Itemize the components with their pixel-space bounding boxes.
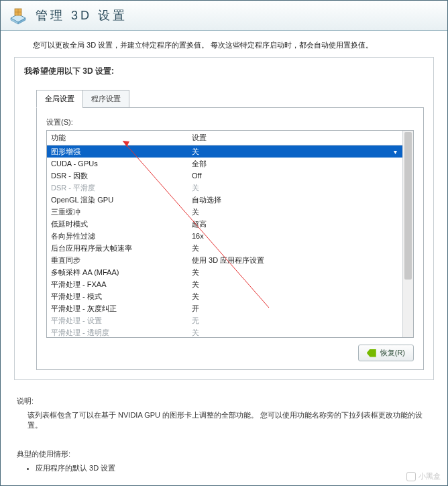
settings-row[interactable]: CUDA - GPUs全部 (47, 158, 413, 170)
row-value: 自动选择 (188, 195, 402, 205)
column-setting[interactable]: 设置 (188, 133, 413, 143)
row-feature: 平滑处理 - 模式 (47, 292, 188, 302)
row-value-text: 关 (192, 280, 199, 288)
row-feature: DSR - 平滑度 (47, 183, 188, 193)
row-feature: 多帧采样 AA (MFAA) (47, 267, 188, 278)
settings-row[interactable]: 低延时模式超高 (47, 218, 413, 230)
settings-row[interactable]: DSR - 平滑度关 (47, 182, 413, 194)
settings-row[interactable]: 平滑处理 - 灰度纠正开 (47, 302, 413, 314)
row-value: 开 (188, 304, 402, 314)
row-feature: 平滑处理 - 灰度纠正 (47, 304, 188, 314)
row-value: 关 (188, 183, 402, 193)
row-feature: 后台应用程序最大帧速率 (47, 243, 188, 253)
row-value-text: 关 (192, 208, 199, 216)
column-feature[interactable]: 功能 (47, 133, 188, 143)
row-value: 使用 3D 应用程序设置 (188, 255, 402, 265)
row-feature: 各向异性过滤 (47, 231, 188, 241)
description-block: 说明: 该列表框包含了可以在基于 NVIDIA GPU 的图形卡上调整的全部功能… (1, 380, 447, 430)
watermark-icon (406, 472, 416, 481)
settings-row[interactable]: DSR - 因数Off (47, 170, 413, 182)
watermark-text: 小黑盒 (418, 471, 441, 481)
watermark: 小黑盒 (406, 471, 441, 481)
row-value-text: 16x (192, 232, 204, 240)
row-value: 关 (188, 292, 402, 302)
tab-body: 设置(S): 功能 设置 图形增强关▾CUDA - GPUs全部DSR - 因数… (36, 107, 424, 370)
grid-header: 功能 设置 (47, 131, 413, 145)
row-value: 关 (188, 280, 402, 290)
row-feature: 图形增强 (47, 147, 188, 157)
settings-row[interactable]: 平滑处理 - 模式关 (47, 290, 413, 302)
settings-row[interactable]: 图形增强关▾ (47, 145, 413, 158)
settings-row[interactable]: 平滑处理 - FXAA关 (47, 278, 413, 290)
row-value: 关 (188, 267, 402, 278)
row-value: 关 (188, 328, 402, 338)
nvidia-3d-icon (7, 5, 29, 26)
settings-label: 设置(S): (46, 117, 414, 127)
scrollbar-thumb[interactable] (404, 132, 412, 280)
settings-row[interactable]: 后台应用程序最大帧速率关 (47, 242, 413, 254)
restore-button[interactable]: 恢复(R) (358, 345, 414, 361)
row-value: 超高 (188, 219, 402, 229)
row-value: 无 (188, 316, 402, 326)
row-value-text: 关 (192, 268, 199, 276)
row-value: 16x (188, 232, 402, 240)
tab-program[interactable]: 程序设置 (82, 90, 129, 108)
settings-grid: 功能 设置 图形增强关▾CUDA - GPUs全部DSR - 因数OffDSR … (46, 130, 414, 338)
row-value-text: 关 (192, 244, 199, 252)
row-feature: 平滑处理 - 透明度 (47, 328, 188, 338)
settings-row[interactable]: 垂直同步使用 3D 应用程序设置 (47, 254, 413, 266)
description-text: 该列表框包含了可以在基于 NVIDIA GPU 的图形卡上调整的全部功能。 您可… (27, 410, 431, 430)
typical-label: 典型的使用情形: (17, 449, 431, 459)
row-value-text: Off (192, 172, 201, 180)
settings-row[interactable]: 平滑处理 - 设置无 (47, 314, 413, 326)
intro-text: 您可以更改全局 3D 设置，并建立特定程序的置换值。 每次这些特定程序启动时，都… (1, 31, 447, 57)
chevron-down-icon[interactable]: ▾ (394, 148, 397, 156)
row-value-dropdown[interactable]: 关▾ (188, 147, 402, 157)
row-value-text: 关 (192, 147, 199, 157)
row-feature: 垂直同步 (47, 255, 188, 265)
row-feature: 低延时模式 (47, 219, 188, 229)
tab-global[interactable]: 全局设置 (36, 90, 83, 108)
row-value-text: 超高 (192, 220, 207, 228)
row-value-text: 关 (192, 184, 199, 192)
page-header: 管理 3D 设置 (1, 1, 447, 31)
typical-item: 应用程序的默认 3D 设置 (36, 463, 431, 473)
row-value: Off (188, 172, 402, 180)
row-value-text: 关 (192, 292, 199, 300)
settings-row[interactable]: 三重缓冲关 (47, 206, 413, 218)
row-feature: OpenGL 渲染 GPU (47, 195, 188, 205)
settings-row[interactable]: 平滑处理 - 透明度关 (47, 326, 413, 338)
row-value-text: 全部 (192, 160, 207, 168)
restore-button-label: 恢复(R) (380, 348, 405, 358)
row-feature: DSR - 因数 (47, 171, 188, 181)
row-value: 关 (188, 207, 402, 217)
scrollbar[interactable] (402, 131, 413, 337)
row-feature: 平滑处理 - 设置 (47, 316, 188, 326)
panel-title: 我希望使用以下 3D 设置: (24, 66, 424, 77)
settings-row[interactable]: OpenGL 渲染 GPU自动选择 (47, 194, 413, 206)
row-feature: 平滑处理 - FXAA (47, 280, 188, 290)
page-title: 管理 3D 设置 (36, 7, 127, 23)
row-value-text: 关 (192, 328, 199, 337)
settings-row[interactable]: 各向异性过滤16x (47, 230, 413, 242)
row-feature: 三重缓冲 (47, 207, 188, 217)
tab-strip: 全局设置 程序设置 (36, 89, 424, 107)
row-feature: CUDA - GPUs (47, 160, 188, 168)
settings-row[interactable]: 多帧采样 AA (MFAA)关 (47, 266, 413, 278)
nvidia-logo-icon (367, 349, 376, 357)
row-value-text: 开 (192, 304, 199, 312)
description-label: 说明: (17, 396, 431, 406)
typical-block: 典型的使用情形: 应用程序的默认 3D 设置 (1, 430, 447, 473)
row-value-text: 自动选择 (192, 196, 221, 204)
settings-panel: 我希望使用以下 3D 设置: 全局设置 程序设置 设置(S): 功能 设置 图形… (14, 57, 434, 380)
row-value: 关 (188, 243, 402, 253)
row-value-text: 使用 3D 应用程序设置 (192, 256, 264, 264)
row-value: 全部 (188, 159, 402, 169)
row-value-text: 无 (192, 316, 199, 324)
